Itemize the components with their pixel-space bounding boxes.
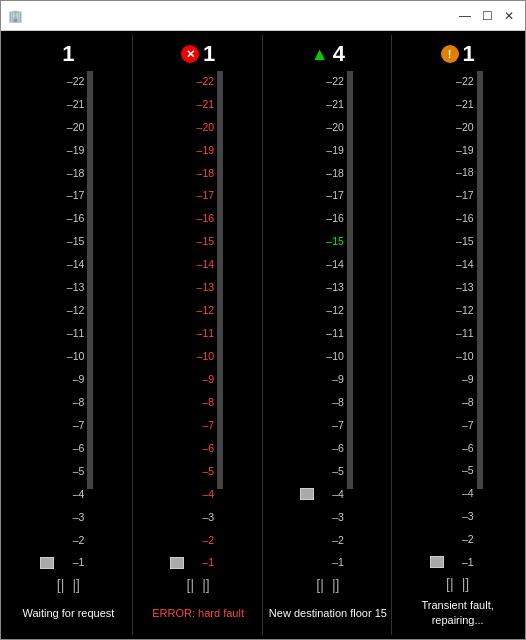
floor-label-3-20: –20 <box>316 122 344 133</box>
floor-label-4-14: –14 <box>446 259 474 270</box>
floor-row-2-20: –20 <box>170 117 214 137</box>
warning-icon-4: ! <box>441 45 459 63</box>
floor-label-3-4: –4 <box>316 489 344 500</box>
floor-row-4-15: –15 <box>430 231 474 251</box>
floor-row-3-13: –13 <box>300 277 344 297</box>
floor-label-4-10: –10 <box>446 351 474 362</box>
floor-label-1-16: –16 <box>56 213 84 224</box>
floor-label-2-17: –17 <box>186 190 214 201</box>
floor-label-3-14: –14 <box>316 259 344 270</box>
floor-label-1-20: –20 <box>56 122 84 133</box>
minimize-button[interactable]: — <box>455 6 475 26</box>
floor-label-3-13: –13 <box>316 282 344 293</box>
floor-label-1-11: –11 <box>56 328 84 339</box>
bottom-controls-4: [| |] <box>446 576 469 592</box>
floor-label-3-16: –16 <box>316 213 344 224</box>
ctrl-left-1[interactable]: [| <box>57 577 65 593</box>
floor-label-2-3: –3 <box>186 512 214 523</box>
floor-row-2-14: –14 <box>170 255 214 275</box>
panel-number-3: 4 <box>333 41 345 67</box>
floor-row-3-4: –4 <box>300 484 344 504</box>
floor-row-4-10: –10 <box>430 346 474 366</box>
title-bar: 🏢 — ☐ ✕ <box>1 1 525 31</box>
main-window: 🏢 — ☐ ✕ 1–22–21–20–19–18–17–16–15–14–13–… <box>0 0 526 640</box>
floor-row-4-5: –5 <box>430 461 474 481</box>
floor-label-3-9: –9 <box>316 374 344 385</box>
floor-label-2-1: –1 <box>186 557 214 568</box>
floor-label-2-6: –6 <box>186 443 214 454</box>
floor-label-4-20: –20 <box>446 122 474 133</box>
elevator-panel-4: !1–22–21–20–19–18–17–16–15–14–13–12–11–1… <box>394 35 521 635</box>
floor-row-4-20: –20 <box>430 117 474 137</box>
floor-label-1-22: –22 <box>56 76 84 87</box>
floor-row-1-16: –16 <box>40 209 84 229</box>
floor-row-4-11: –11 <box>430 323 474 343</box>
elevator-panel-2: ✕1–22–21–20–19–18–17–16–15–14–13–12–11–1… <box>135 35 263 635</box>
floor-row-3-11: –11 <box>300 323 344 343</box>
shaft-area-3: –22–21–20–19–18–17–16–15–14–13–12–11–10–… <box>300 71 356 573</box>
ctrl-right-4[interactable]: |] <box>462 576 470 592</box>
floor-row-3-16: –16 <box>300 209 344 229</box>
floor-label-2-12: –12 <box>186 305 214 316</box>
panel-number-1: 1 <box>62 41 74 67</box>
floor-row-4-2: –2 <box>430 529 474 549</box>
floor-label-2-15: –15 <box>186 236 214 247</box>
floor-label-4-9: –9 <box>446 374 474 385</box>
floor-label-3-11: –11 <box>316 328 344 339</box>
floor-label-3-18: –18 <box>316 168 344 179</box>
floor-label-2-7: –7 <box>186 420 214 431</box>
ctrl-right-2[interactable]: |] <box>202 577 210 593</box>
floor-row-3-2: –2 <box>300 530 344 550</box>
status-text-3: New destination floor 15 <box>267 595 389 631</box>
floor-row-4-22: –22 <box>430 71 474 91</box>
panel-number-4: 1 <box>463 41 475 67</box>
arrow-up-icon-3: ▲ <box>311 44 329 65</box>
status-text-1: Waiting for request <box>20 595 116 631</box>
close-button[interactable]: ✕ <box>499 6 519 26</box>
floor-row-1-3: –3 <box>40 507 84 527</box>
floor-label-3-3: –3 <box>316 512 344 523</box>
floor-row-1-8: –8 <box>40 392 84 412</box>
floor-row-1-20: –20 <box>40 117 84 137</box>
floor-row-4-16: –16 <box>430 209 474 229</box>
floor-label-4-17: –17 <box>446 190 474 201</box>
floor-row-2-22: –22 <box>170 71 214 91</box>
floor-row-3-17: –17 <box>300 186 344 206</box>
floor-label-3-8: –8 <box>316 397 344 408</box>
floor-row-3-22: –22 <box>300 71 344 91</box>
floor-label-4-18: –18 <box>446 167 474 178</box>
elevator-panel-3: ▲4–22–21–20–19–18–17–16–15–14–13–12–11–1… <box>265 35 393 635</box>
ctrl-right-3[interactable]: |] <box>332 577 340 593</box>
floor-label-4-4: –4 <box>446 488 474 499</box>
floor-row-3-8: –8 <box>300 392 344 412</box>
floor-label-4-7: –7 <box>446 420 474 431</box>
panel-number-2: 1 <box>203 41 215 67</box>
main-content: 1–22–21–20–19–18–17–16–15–14–13–12–11–10… <box>1 31 525 639</box>
floor-label-1-5: –5 <box>56 466 84 477</box>
floor-row-3-10: –10 <box>300 346 344 366</box>
floor-label-1-13: –13 <box>56 282 84 293</box>
floor-label-3-19: –19 <box>316 145 344 156</box>
floor-label-4-8: –8 <box>446 397 474 408</box>
maximize-button[interactable]: ☐ <box>477 6 497 26</box>
floor-label-3-6: –6 <box>316 443 344 454</box>
floor-row-4-7: –7 <box>430 415 474 435</box>
ctrl-left-3[interactable]: [| <box>316 577 324 593</box>
floor-row-3-5: –5 <box>300 461 344 481</box>
ctrl-right-1[interactable]: |] <box>72 577 80 593</box>
floor-label-4-16: –16 <box>446 213 474 224</box>
track-4 <box>477 71 483 489</box>
floor-label-2-4: –4 <box>186 489 214 500</box>
floor-label-3-21: –21 <box>316 99 344 110</box>
ctrl-left-2[interactable]: [| <box>187 577 195 593</box>
ctrl-left-4[interactable]: [| <box>446 576 454 592</box>
floor-row-2-2: –2 <box>170 530 214 550</box>
floor-label-4-1: –1 <box>446 557 474 568</box>
floor-row-1-5: –5 <box>40 461 84 481</box>
floor-row-1-1: –1 <box>40 553 84 573</box>
floor-row-1-17: –17 <box>40 186 84 206</box>
floor-row-1-13: –13 <box>40 277 84 297</box>
floor-row-2-5: –5 <box>170 461 214 481</box>
track-1 <box>87 71 93 489</box>
floor-label-4-19: –19 <box>446 145 474 156</box>
